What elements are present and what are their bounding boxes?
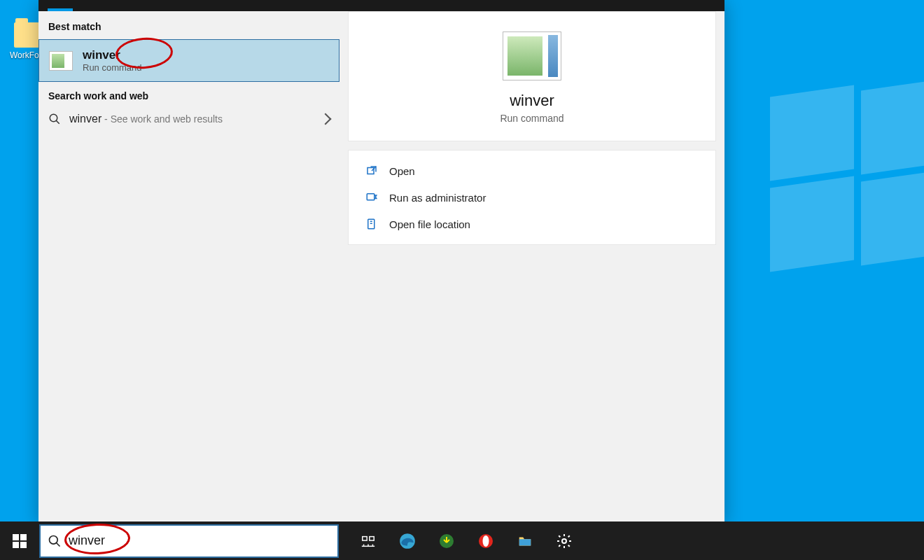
edge-button[interactable] <box>391 522 424 560</box>
action-open-label: Open <box>389 165 415 177</box>
best-match-title: winver <box>83 48 142 62</box>
best-match-subtitle: Run command <box>83 62 142 73</box>
preview-app-icon <box>503 31 561 80</box>
preview-subtitle: Run command <box>360 113 704 124</box>
gear-icon <box>556 533 573 550</box>
web-query: winver <box>69 113 102 125</box>
section-best-match: Best match <box>38 14 340 36</box>
taskbar <box>0 522 924 560</box>
windows-logo-icon <box>13 534 27 548</box>
open-icon <box>365 164 378 177</box>
svg-point-16 <box>483 536 489 547</box>
chevron-right-icon <box>320 113 332 125</box>
taskbar-items <box>351 522 581 560</box>
search-icon <box>48 534 62 548</box>
action-run-admin-label: Run as administrator <box>389 192 486 204</box>
task-view-icon <box>360 533 376 549</box>
svg-point-5 <box>50 536 58 544</box>
opera-button[interactable] <box>469 522 503 560</box>
opera-icon <box>477 533 494 550</box>
svg-rect-17 <box>519 539 531 545</box>
file-location-icon <box>365 218 378 230</box>
search-icon <box>48 113 61 125</box>
downloader-button[interactable] <box>430 522 463 560</box>
web-result-row[interactable]: winver - See work and web results <box>38 106 340 132</box>
run-command-icon <box>49 51 73 71</box>
taskbar-search-box[interactable] <box>39 524 339 558</box>
preview-actions: Open Run as administrator Open file loca… <box>348 150 716 245</box>
svg-rect-7 <box>363 536 367 540</box>
web-hint: - See work and web results <box>102 113 223 125</box>
shield-icon <box>365 191 378 204</box>
svg-rect-3 <box>367 194 374 200</box>
svg-point-18 <box>562 539 566 543</box>
search-input[interactable] <box>69 533 330 548</box>
desktop-windows-logo <box>770 91 924 273</box>
settings-button[interactable] <box>547 522 581 560</box>
download-icon <box>438 533 455 550</box>
action-run-as-admin[interactable]: Run as administrator <box>353 184 711 211</box>
edge-icon <box>398 532 416 550</box>
svg-line-6 <box>57 542 60 546</box>
action-open-file-location[interactable]: Open file location <box>353 211 711 237</box>
svg-rect-2 <box>368 168 374 174</box>
search-preview-pane: winver Run command Open Run as administr… <box>340 0 724 522</box>
start-search-flyout: Best match winver Run command Search wor… <box>38 0 724 522</box>
svg-rect-8 <box>370 536 374 540</box>
search-results-pane: Best match winver Run command Search wor… <box>38 0 340 522</box>
folder-icon <box>517 533 533 549</box>
start-button[interactable] <box>0 522 39 560</box>
task-view-button[interactable] <box>351 522 385 560</box>
preview-title: winver <box>360 92 704 110</box>
file-explorer-button[interactable] <box>508 522 542 560</box>
section-web: Search work and web <box>38 83 340 106</box>
svg-point-0 <box>50 114 57 122</box>
best-match-item[interactable]: winver Run command <box>38 39 340 82</box>
svg-line-1 <box>56 120 59 124</box>
preview-card: winver Run command <box>348 11 716 141</box>
action-open[interactable]: Open <box>353 158 711 184</box>
action-open-location-label: Open file location <box>389 218 470 230</box>
